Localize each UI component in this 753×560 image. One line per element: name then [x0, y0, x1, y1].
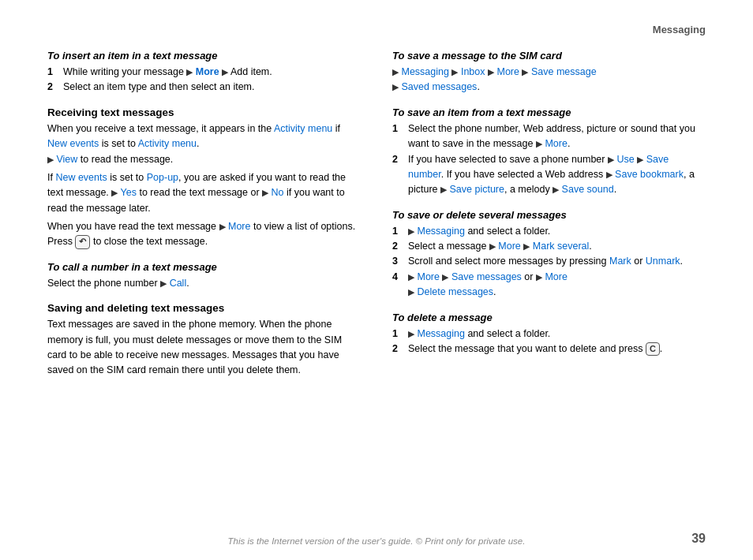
- content-columns: To insert an item in a text message 1 Wh…: [47, 50, 706, 390]
- page: Messaging To insert an item in a text me…: [0, 0, 753, 560]
- header-title: Messaging: [653, 24, 706, 35]
- section-insert-item: To insert an item in a text message 1 Wh…: [47, 50, 361, 95]
- delete-step-2: 2 Select the message that you want to de…: [392, 342, 706, 357]
- right-column: To save a message to the SIM card ▶ Mess…: [392, 50, 706, 390]
- several-step-4: 4 ▶ More ▶ Save messages or ▶ More ▶ Del…: [392, 270, 706, 301]
- several-step-1: 1 ▶ Messaging and select a folder.: [392, 224, 706, 239]
- left-column: To insert an item in a text message 1 Wh…: [47, 50, 361, 390]
- back-key-icon: ↶: [75, 235, 90, 248]
- delete-step-1: 1 ▶ Messaging and select a folder.: [392, 327, 706, 342]
- section-receiving-body: When you receive a text message, it appe…: [47, 121, 361, 250]
- section-saving-deleting: Saving and deleting text messages Text m…: [47, 302, 361, 379]
- section-save-sim: To save a message to the SIM card ▶ Mess…: [392, 50, 706, 95]
- page-number: 39: [691, 532, 706, 546]
- save-item-step-1: 1 Select the phone number, Web address, …: [392, 121, 706, 152]
- several-step-2: 2 Select a message ▶ More ▶ Mark several…: [392, 239, 706, 254]
- section-call-body: Select the phone number ▶ Call.: [47, 276, 361, 291]
- step-2: 2 Select an item type and then select an…: [47, 80, 361, 95]
- section-save-item-title: To save an item from a text message: [392, 106, 706, 118]
- footer-text: This is the Internet version of the user…: [0, 536, 753, 546]
- page-header: Messaging: [47, 24, 706, 35]
- step-1: 1 While writing your message ▶ More ▶ Ad…: [47, 65, 361, 80]
- section-save-delete-several: To save or delete several messages 1 ▶ M…: [392, 209, 706, 301]
- several-step-3: 3 Scroll and select more messages by pre…: [392, 254, 706, 269]
- section-call-number: To call a number in a text message Selec…: [47, 261, 361, 291]
- section-saving-title: Saving and deleting text messages: [47, 302, 361, 314]
- section-delete-message: To delete a message 1 ▶ Messaging and se…: [392, 312, 706, 357]
- section-insert-item-title: To insert an item in a text message: [47, 50, 361, 62]
- c-key-icon: C: [646, 342, 660, 356]
- section-call-title: To call a number in a text message: [47, 261, 361, 273]
- save-item-step-2: 2 If you have selected to save a phone n…: [392, 152, 706, 198]
- section-save-delete-title: To save or delete several messages: [392, 209, 706, 221]
- section-receiving-title: Receiving text messages: [47, 106, 361, 118]
- section-receiving-text: Receiving text messages When you receive…: [47, 106, 361, 250]
- section-delete-title: To delete a message: [392, 312, 706, 323]
- section-saving-body: Text messages are saved in the phone mem…: [47, 317, 361, 379]
- section-save-sim-title: To save a message to the SIM card: [392, 50, 706, 62]
- section-save-sim-body: ▶ Messaging ▶ Inbox ▶ More ▶ Save messag…: [392, 65, 706, 95]
- section-save-item: To save an item from a text message 1 Se…: [392, 106, 706, 198]
